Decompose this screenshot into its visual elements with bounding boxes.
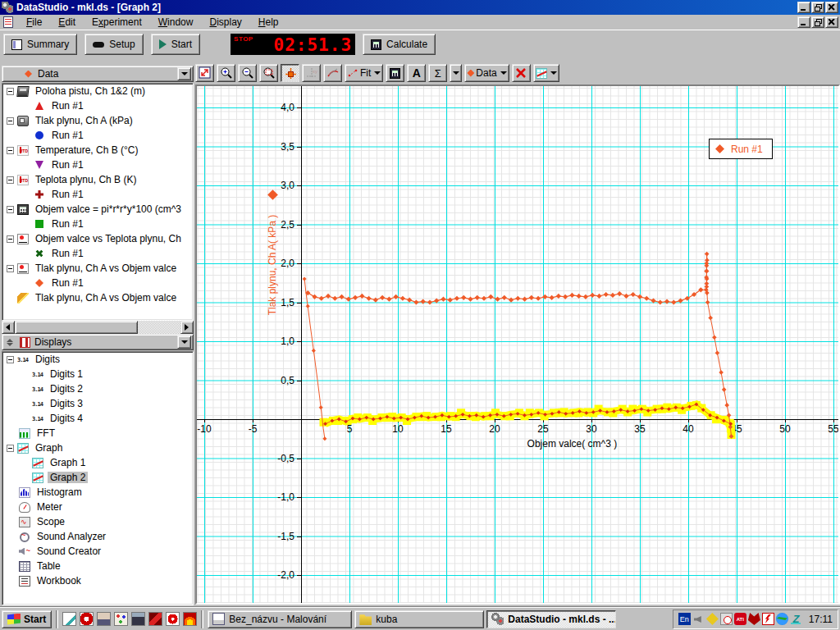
- text-tool-button[interactable]: A: [407, 64, 426, 82]
- data-tree-hscrollbar[interactable]: [2, 321, 194, 334]
- expand-box[interactable]: [7, 88, 14, 95]
- calculator-icon[interactable]: [131, 612, 145, 626]
- data-run-item[interactable]: Run #1: [2, 128, 193, 143]
- calculate-button[interactable]: Calculate: [363, 34, 436, 55]
- expand-box[interactable]: [7, 445, 14, 452]
- markers-upper[interactable]: [305, 287, 703, 304]
- speaker-tray-icon[interactable]: [692, 613, 705, 625]
- flame-icon[interactable]: [183, 612, 197, 626]
- mdi-document-icon[interactable]: [3, 16, 13, 28]
- data-run-item[interactable]: Run #1: [2, 158, 193, 172]
- en-tray-icon[interactable]: En: [678, 613, 691, 625]
- menu-edit[interactable]: Edit: [50, 15, 84, 30]
- display-item-histogram[interactable]: Histogram: [2, 485, 193, 500]
- data-run-item[interactable]: Run #1: [2, 246, 193, 261]
- display-item-workbook[interactable]: Workbook: [2, 573, 193, 588]
- close-button[interactable]: [825, 2, 838, 13]
- menu-file[interactable]: File: [18, 15, 50, 30]
- start-button[interactable]: Start: [151, 34, 200, 55]
- scroll-left-icon[interactable]: [2, 321, 15, 334]
- scroll-right-icon[interactable]: [180, 321, 194, 334]
- displays-panel-dropdown[interactable]: [177, 336, 191, 349]
- data-source-item[interactable]: Tlak plynu, Ch A vs Objem valce: [2, 290, 193, 305]
- restore-button[interactable]: [811, 2, 824, 13]
- expand-box[interactable]: [7, 176, 14, 184]
- wordpad-icon[interactable]: [62, 612, 76, 626]
- display-item-digits[interactable]: Digits: [2, 352, 193, 367]
- opera-icon[interactable]: [166, 612, 180, 626]
- data-panel-dropdown[interactable]: [177, 67, 191, 80]
- data-source-item[interactable]: Poloha pistu, Ch 1&2 (m): [2, 84, 193, 98]
- data-dropdown[interactable]: Data: [464, 64, 509, 82]
- calculate-tool-button[interactable]: [386, 64, 404, 82]
- statistics-button[interactable]: Σ: [428, 64, 447, 82]
- expand-box[interactable]: [7, 206, 14, 213]
- plot-area[interactable]: -10-55101520253035404550554,03,53,02,52,…: [195, 84, 840, 605]
- task-button-folder[interactable]: kuba: [354, 610, 484, 628]
- menu-help[interactable]: Help: [250, 15, 287, 30]
- display-item-graph-1[interactable]: Graph 1: [2, 455, 193, 470]
- devil-tray-icon[interactable]: [748, 613, 760, 625]
- data-source-item[interactable]: Teplota plynu, Ch B (K): [2, 172, 193, 187]
- zoom-out-button[interactable]: [238, 64, 257, 82]
- slope-tool-button[interactable]: [323, 64, 342, 82]
- zoom-in-button[interactable]: [217, 64, 235, 82]
- minimize-button[interactable]: [797, 2, 810, 13]
- globe-tray-icon[interactable]: [776, 613, 788, 625]
- mdi-restore-button[interactable]: [811, 16, 824, 28]
- acrobat-icon[interactable]: [80, 612, 94, 626]
- data-source-item[interactable]: Tlak plynu, Ch A (kPa): [2, 113, 193, 128]
- scroll-track[interactable]: [138, 321, 180, 334]
- menu-experiment[interactable]: Experiment: [84, 15, 150, 30]
- data-panel-header[interactable]: Data: [2, 66, 194, 82]
- expand-box[interactable]: [7, 235, 14, 243]
- winamp-icon[interactable]: [148, 612, 162, 626]
- fit-dropdown[interactable]: Fit: [345, 64, 383, 82]
- z-tray-icon[interactable]: Z: [790, 613, 802, 625]
- display-item-sound-analyzer[interactable]: Sound Analyzer: [2, 529, 193, 544]
- display-item-digits-4[interactable]: Digits 4: [2, 411, 193, 426]
- desktop-icon[interactable]: [97, 612, 111, 626]
- display-item-sound-creator[interactable]: Sound Creator: [2, 544, 193, 559]
- display-item-graph[interactable]: Graph: [2, 441, 193, 455]
- scale-to-fit-button[interactable]: [195, 64, 214, 82]
- graph-settings-dropdown[interactable]: [533, 64, 559, 82]
- setup-button[interactable]: Setup: [84, 34, 143, 55]
- data-source-item[interactable]: Tlak plynu, Ch A vs Objem valce: [2, 261, 193, 276]
- bolt-tray-icon[interactable]: [762, 613, 774, 625]
- splitter-icon[interactable]: [4, 339, 16, 346]
- paint-icon[interactable]: [114, 612, 128, 626]
- mdi-close-button[interactable]: [825, 16, 838, 28]
- data-run-item[interactable]: Run #1: [2, 217, 193, 231]
- statistics-dropdown[interactable]: [450, 64, 462, 82]
- data-source-item[interactable]: Objem valce vs Teplota plynu, Ch: [2, 231, 193, 246]
- expand-box[interactable]: [7, 356, 14, 363]
- data-run-item[interactable]: Run #1: [2, 276, 193, 290]
- display-item-digits-1[interactable]: Digits 1: [2, 367, 193, 381]
- display-item-fft[interactable]: FFT: [2, 426, 193, 441]
- menu-display[interactable]: Display: [201, 15, 249, 30]
- series-left-drop[interactable]: [304, 279, 325, 439]
- display-item-graph-2[interactable]: Graph 2: [2, 470, 193, 485]
- scroll-thumb[interactable]: [15, 321, 138, 334]
- expand-box[interactable]: [7, 265, 14, 272]
- display-item-digits-2[interactable]: Digits 2: [2, 381, 193, 396]
- task-button-datastudio[interactable]: DataStudio - mkl.ds - ...: [486, 610, 616, 628]
- mdi-minimize-button[interactable]: [797, 16, 810, 28]
- expand-box[interactable]: [7, 117, 14, 125]
- task-button-paint[interactable]: Bez_názvu - Malování: [208, 610, 352, 628]
- start-menu-button[interactable]: Start: [2, 610, 52, 628]
- remove-button[interactable]: [512, 64, 531, 82]
- plot-legend[interactable]: Run #1: [709, 139, 773, 159]
- summary-button[interactable]: Summary: [3, 34, 77, 55]
- display-item-meter[interactable]: Meter: [2, 500, 193, 514]
- data-source-item[interactable]: Objem valce = pi*r*r*y*100 (cm^3: [2, 202, 193, 217]
- expand-box[interactable]: [7, 147, 14, 154]
- xy-tool-button[interactable]: xy: [302, 64, 321, 82]
- data-run-item[interactable]: Run #1: [2, 187, 193, 202]
- display-item-digits-3[interactable]: Digits 3: [2, 396, 193, 411]
- smart-tool-button[interactable]: [281, 64, 299, 82]
- pcclock-tray-icon[interactable]: [720, 613, 733, 625]
- display-item-table[interactable]: Table: [2, 559, 193, 573]
- ati-tray-icon[interactable]: ATI: [734, 613, 746, 625]
